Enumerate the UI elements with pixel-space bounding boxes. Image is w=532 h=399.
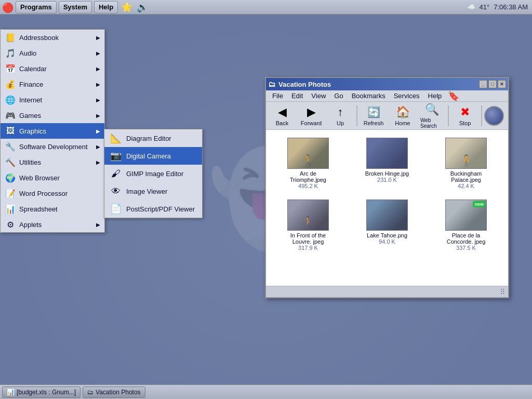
- desktop: 👻 📒 Addressbook ▶ 🎵 Audio ▶ 📅 Calendar ▶…: [0, 15, 532, 384]
- up-label: Up: [337, 120, 344, 126]
- window-controls: _ □ ✕: [479, 80, 506, 88]
- file-name-louvre: In Front of the Louvre. jpeg: [282, 232, 334, 245]
- maximize-button[interactable]: □: [488, 80, 497, 88]
- forward-icon: ▶: [304, 105, 318, 119]
- bottom-taskbar: 📊 [budget.xls : Gnum...] 🗂 Vacation Phot…: [0, 384, 532, 399]
- system-menu-button[interactable]: System: [59, 1, 92, 14]
- taskbar-vacation-button[interactable]: 🗂 Vacation Photos: [83, 387, 145, 398]
- file-item-tahoe[interactable]: Lake Tahoe.png 94.0 K: [350, 197, 424, 254]
- menu-item-addressbook[interactable]: 📒 Addressbook ▶: [1, 30, 104, 45]
- menu-item-applets[interactable]: ⚙ Applets ▶: [1, 217, 104, 232]
- calendar-icon: 📅: [5, 63, 16, 74]
- file-item-louvre[interactable]: 🚶 In Front of the Louvre. jpeg 317.9 K: [271, 197, 345, 254]
- stop-button[interactable]: ✖ Stop: [451, 103, 479, 128]
- forward-button[interactable]: ▶ Forward: [297, 103, 325, 128]
- gimp-label: GIMP Image Editor: [126, 170, 183, 178]
- taskbar-budget-button[interactable]: 📊 [budget.xls : Gnum...]: [2, 387, 81, 398]
- menu-label-web-browser: Web Browser: [19, 174, 100, 182]
- menu-item-word-processor[interactable]: 📝 Word Processor: [1, 185, 104, 201]
- word-processor-icon: 📝: [5, 188, 16, 199]
- refresh-label: Refresh: [364, 120, 384, 126]
- refresh-button[interactable]: 🔄 Refresh: [360, 103, 388, 128]
- up-button[interactable]: ↑ Up: [326, 103, 354, 128]
- menu-item-finance[interactable]: 💰 Finance ▶: [1, 76, 104, 92]
- menu-view[interactable]: View: [307, 91, 330, 101]
- menu-item-web-browser[interactable]: 🌍 Web Browser: [1, 170, 104, 185]
- stop-icon: ✖: [458, 105, 472, 119]
- programs-menu-button[interactable]: Programs: [16, 1, 57, 14]
- menu-file[interactable]: File: [268, 91, 287, 101]
- menu-label-spreadsheet: Spreadsheet: [19, 205, 100, 213]
- menu-item-audio[interactable]: 🎵 Audio ▶: [1, 45, 104, 61]
- back-button[interactable]: ◀ Back: [268, 103, 296, 128]
- file-thumbnail-louvre: 🚶: [287, 200, 329, 231]
- internet-icon: 🌐: [5, 94, 16, 105]
- programs-label: Programs: [20, 3, 52, 11]
- file-content: 🚶 Arc de Triomphe.jpeg 495.2 K Broken Hi…: [266, 130, 508, 286]
- file-size-arc: 495.2 K: [298, 183, 318, 189]
- menu-item-utilities[interactable]: 🔨 Utilities ▶: [1, 154, 104, 170]
- file-thumbnail-palace: 🧍: [445, 138, 487, 169]
- submenu-item-digital-camera[interactable]: 📷 Digital Camera: [104, 147, 202, 165]
- help-label: Help: [99, 3, 113, 11]
- menu-item-software-dev[interactable]: 🔧 Software Development ▶: [1, 139, 104, 154]
- file-thumbnail-concorde: new: [445, 200, 487, 231]
- resize-grip[interactable]: ⠿: [500, 288, 505, 296]
- file-size-tahoe: 94.0 K: [379, 238, 395, 245]
- menu-label-graphics: Graphics: [19, 127, 96, 135]
- clock: 7:06:38 AM: [494, 3, 528, 11]
- menu-services[interactable]: Services: [390, 91, 424, 101]
- web-search-label: Web Search: [420, 117, 443, 129]
- menu-edit[interactable]: Edit: [287, 91, 307, 101]
- menu-go[interactable]: Go: [330, 91, 347, 101]
- gimp-icon: 🖌: [110, 167, 122, 180]
- file-size-louvre: 317.9 K: [298, 245, 318, 251]
- file-thumbnail-hinge: [366, 138, 408, 169]
- forward-label: Forward: [301, 120, 322, 126]
- globe-animation: [484, 106, 504, 126]
- image-viewer-label: Image Viewer: [126, 188, 167, 195]
- help-menu-button[interactable]: Help: [94, 1, 118, 14]
- menu-help[interactable]: Help: [424, 91, 446, 101]
- submenu-item-postscript[interactable]: 📄 PostScript/PDF Viewer: [104, 200, 202, 218]
- web-browser-icon: 🌍: [5, 172, 16, 183]
- minimize-button[interactable]: _: [479, 80, 487, 88]
- system-label: System: [63, 3, 87, 11]
- menu-bookmarks[interactable]: Bookmarks: [348, 91, 390, 101]
- weather-icon: ☁️: [467, 3, 475, 11]
- menu-label-applets: Applets: [19, 221, 96, 229]
- home-icon: 🏠: [395, 105, 410, 119]
- graphics-submenu: 📐 Diagram Editor 📷 Digital Camera 🖌 GIMP…: [104, 129, 203, 218]
- menu-item-calendar[interactable]: 📅 Calendar ▶: [1, 61, 104, 76]
- postscript-label: PostScript/PDF Viewer: [126, 205, 195, 213]
- file-item-palace[interactable]: 🧍 Buckingham Palace.jpeg 42.4 K: [429, 135, 503, 192]
- file-item-hinge[interactable]: Broken Hinge.jpg 231.0 K: [350, 135, 424, 192]
- bookmark-icon[interactable]: 🔖: [448, 90, 459, 102]
- menu-item-internet[interactable]: 🌐 Internet ▶: [1, 92, 104, 108]
- close-button[interactable]: ✕: [498, 80, 506, 88]
- back-icon: ◀: [275, 105, 289, 119]
- budget-icon: 📊: [7, 389, 15, 396]
- toolbar-separator-2: [448, 105, 449, 126]
- submenu-item-diagram-editor[interactable]: 📐 Diagram Editor: [104, 129, 202, 147]
- window-menubar: File Edit View Go Bookmarks Services Hel…: [266, 90, 508, 102]
- menu-label-games: Games: [19, 112, 96, 119]
- menu-item-graphics[interactable]: 🖼 Graphics ▶: [1, 123, 104, 139]
- graphics-icon: 🖼: [5, 125, 16, 137]
- web-search-icon: 🔍: [424, 102, 439, 117]
- submenu-item-image-viewer[interactable]: 👁 Image Viewer: [104, 182, 202, 200]
- file-item-arc[interactable]: 🚶 Arc de Triomphe.jpeg 495.2 K: [271, 135, 345, 192]
- file-item-concorde[interactable]: new Place de la Concorde. jpeg 337.5 K: [429, 197, 503, 254]
- toolbar-separator-3: [481, 105, 482, 126]
- menu-label-utilities: Utilities: [19, 158, 96, 166]
- digital-camera-icon: 📷: [110, 150, 122, 162]
- web-search-button[interactable]: 🔍 Web Search: [418, 100, 446, 131]
- vacation-icon: 🗂: [87, 389, 94, 396]
- finance-icon: 💰: [5, 78, 16, 90]
- file-name-palace: Buckingham Palace.jpeg: [440, 170, 492, 183]
- submenu-item-gimp[interactable]: 🖌 GIMP Image Editor: [104, 165, 202, 182]
- back-label: Back: [276, 120, 288, 126]
- home-button[interactable]: 🏠 Home: [389, 103, 417, 128]
- menu-item-games[interactable]: 🎮 Games ▶: [1, 108, 104, 123]
- menu-item-spreadsheet[interactable]: 📊 Spreadsheet: [1, 201, 104, 217]
